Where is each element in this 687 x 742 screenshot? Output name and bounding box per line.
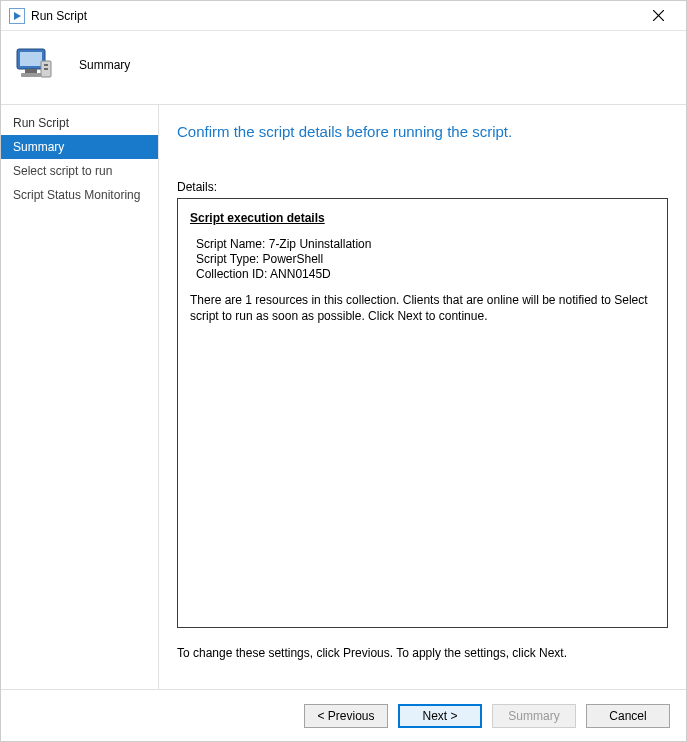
- close-button[interactable]: [638, 3, 678, 29]
- svg-rect-5: [20, 52, 42, 66]
- sidebar-item-label: Select script to run: [13, 164, 112, 178]
- sidebar-item-status-monitoring[interactable]: Script Status Monitoring: [1, 183, 158, 207]
- sidebar-item-label: Script Status Monitoring: [13, 188, 140, 202]
- collection-id-label: Collection ID:: [196, 267, 267, 281]
- next-button[interactable]: Next >: [398, 704, 482, 728]
- svg-rect-10: [44, 68, 48, 70]
- collection-id-row: Collection ID: ANN0145D: [196, 267, 655, 281]
- svg-rect-9: [44, 64, 48, 66]
- titlebar: Run Script: [1, 1, 686, 31]
- script-name-label: Script Name:: [196, 237, 265, 251]
- step-title: Summary: [79, 58, 130, 72]
- cancel-button[interactable]: Cancel: [586, 704, 670, 728]
- titlebar-left: Run Script: [9, 8, 87, 24]
- sidebar-item-label: Summary: [13, 140, 64, 154]
- main-area: Run Script Summary Select script to run …: [1, 104, 686, 697]
- details-box: Script execution details Script Name: 7-…: [177, 198, 668, 628]
- previous-button[interactable]: < Previous: [304, 704, 388, 728]
- app-icon: [9, 8, 25, 24]
- svg-rect-6: [25, 69, 37, 73]
- sidebar-heading: Run Script: [1, 111, 158, 135]
- summary-button: Summary: [492, 704, 576, 728]
- script-name-row: Script Name: 7-Zip Uninstallation: [196, 237, 655, 251]
- computer-icon: [11, 41, 59, 89]
- script-type-row: Script Type: PowerShell: [196, 252, 655, 266]
- resource-note: There are 1 resources in this collection…: [190, 293, 655, 324]
- wizard-header: Summary: [1, 31, 686, 104]
- sidebar-item-select-script[interactable]: Select script to run: [1, 159, 158, 183]
- script-name-value: 7-Zip Uninstallation: [269, 237, 372, 251]
- hint-text: To change these settings, click Previous…: [177, 646, 668, 660]
- window-title: Run Script: [31, 9, 87, 23]
- svg-rect-7: [21, 73, 41, 77]
- sidebar-item-summary[interactable]: Summary: [1, 135, 158, 159]
- sidebar: Run Script Summary Select script to run …: [1, 105, 159, 697]
- button-bar: < Previous Next > Summary Cancel: [1, 689, 686, 741]
- content-heading: Confirm the script details before runnin…: [177, 123, 668, 140]
- content-panel: Confirm the script details before runnin…: [159, 105, 686, 697]
- details-title: Script execution details: [190, 211, 655, 225]
- script-type-label: Script Type:: [196, 252, 259, 266]
- script-type-value: PowerShell: [262, 252, 323, 266]
- details-label: Details:: [177, 180, 668, 194]
- collection-id-value: ANN0145D: [270, 267, 331, 281]
